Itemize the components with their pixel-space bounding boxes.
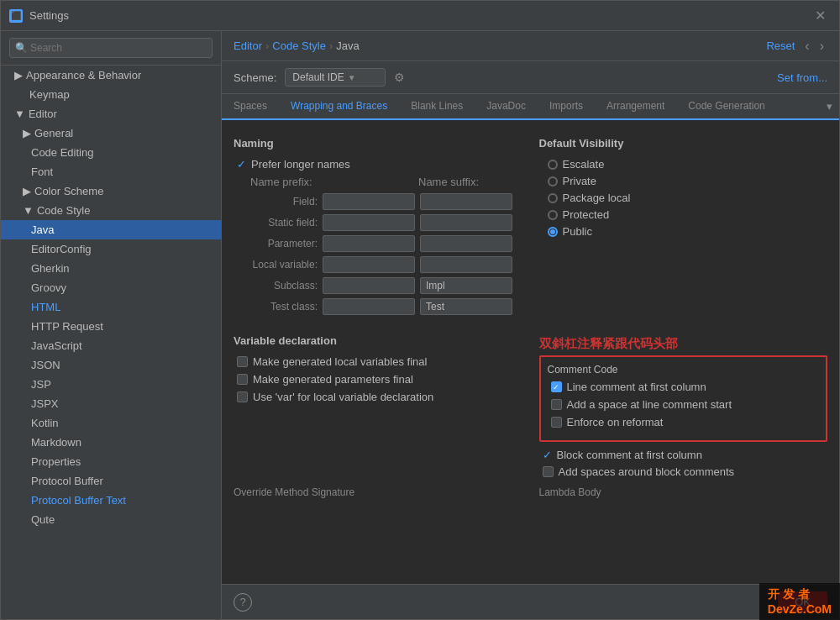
sidebar-item-properties[interactable]: Properties — [1, 452, 221, 471]
sidebar-item-json[interactable]: JSON — [1, 355, 221, 375]
radio-escalate-icon — [548, 160, 558, 170]
bottom-bar: ? OK — [222, 584, 839, 619]
sidebar-item-code-style[interactable]: ▼ Code Style — [1, 201, 221, 220]
add-space-checkbox[interactable] — [551, 399, 562, 410]
sidebar-item-java[interactable]: Java — [1, 220, 221, 239]
sidebar-item-protocol-buffer-text[interactable]: Protocol Buffer Text — [1, 491, 221, 510]
tab-javadoc[interactable]: JavaDoc — [475, 94, 538, 120]
line-comment-first-col-label: Line comment at first column — [567, 381, 706, 393]
radio-package-icon — [548, 193, 558, 203]
tab-arrangement[interactable]: Arrangement — [595, 94, 676, 120]
app-icon: ⬛ — [9, 9, 23, 23]
tab-wrapping[interactable]: Wrapping and Braces — [279, 94, 399, 120]
tab-spaces[interactable]: Spaces — [222, 94, 279, 120]
close-button[interactable]: ✕ — [810, 6, 831, 25]
search-input[interactable] — [9, 38, 213, 58]
settings-area: Naming ✓ Prefer longer names Name prefix… — [222, 120, 839, 584]
scheme-value: Default IDE — [292, 71, 344, 83]
sidebar-item-gherkin[interactable]: Gherkin — [1, 259, 221, 278]
make-local-final-checkbox[interactable] — [237, 356, 248, 367]
sidebar-item-jspx[interactable]: JSPX — [1, 394, 221, 413]
radio-escalate[interactable]: Escalate — [539, 158, 828, 171]
comment-code-header: Comment Code — [548, 364, 820, 376]
block-comment-row[interactable]: ✓ Block comment at first column — [539, 449, 828, 461]
enforce-reformat-row[interactable]: Enforce on reformat — [548, 416, 820, 428]
sidebar-item-keymap[interactable]: Keymap — [1, 85, 221, 104]
var-option-1[interactable]: Make generated parameters final — [234, 373, 522, 386]
settings-window: ⬛ Settings ✕ 🔍 ▶ Appearance & Behavior K… — [0, 0, 840, 620]
enforce-reformat-checkbox[interactable] — [551, 417, 562, 428]
naming-section: Naming ✓ Prefer longer names Name prefix… — [234, 132, 522, 319]
tab-code-generation[interactable]: Code Generation — [676, 94, 776, 120]
parameter-suffix-input[interactable] — [420, 235, 512, 252]
radio-public[interactable]: Public — [539, 225, 828, 238]
style-arrow: ▼ — [23, 204, 34, 217]
subclass-prefix-input[interactable] — [323, 277, 415, 294]
sidebar-item-kotlin[interactable]: Kotlin — [1, 413, 221, 433]
field-row-static: Static field: — [234, 214, 522, 231]
sidebar-item-font[interactable]: Font — [1, 162, 221, 181]
scheme-dropdown[interactable]: Default IDE ▼ — [285, 68, 386, 87]
sidebar-item-qute[interactable]: Qute — [1, 510, 221, 529]
breadcrumb-editor[interactable]: Editor — [234, 39, 262, 52]
local-prefix-input[interactable] — [323, 256, 415, 273]
subclass-suffix-input[interactable] — [420, 277, 512, 294]
static-prefix-input[interactable] — [323, 214, 415, 231]
sidebar-item-jsp[interactable]: JSP — [1, 375, 221, 394]
sidebar-item-appearance[interactable]: ▶ Appearance & Behavior — [1, 66, 221, 85]
make-params-final-label: Make generated parameters final — [253, 373, 413, 386]
sidebar-item-groovy[interactable]: Groovy — [1, 278, 221, 297]
tab-blank-lines[interactable]: Blank Lines — [399, 94, 475, 120]
tab-imports[interactable]: Imports — [538, 94, 595, 120]
radio-package-local[interactable]: Package local — [539, 192, 828, 204]
parameter-prefix-input[interactable] — [323, 235, 415, 252]
sidebar-item-color-scheme[interactable]: ▶ Color Scheme — [1, 181, 221, 201]
var-option-2[interactable]: Use 'var' for local variable declaration — [234, 391, 522, 403]
checkmark-icon: ✓ — [237, 158, 246, 171]
test-suffix-input[interactable] — [420, 298, 512, 315]
sidebar-item-markdown[interactable]: Markdown — [1, 433, 221, 452]
add-spaces-block-label: Add spaces around block comments — [559, 465, 735, 478]
gear-icon[interactable]: ⚙ — [394, 71, 405, 84]
line-comment-first-col-row[interactable]: ✓ Line comment at first column — [548, 381, 820, 393]
sidebar-item-editor[interactable]: ▼ Editor — [1, 104, 221, 123]
var-option-0[interactable]: Make generated local variables final — [234, 355, 522, 368]
field-row-subclass: Subclass: — [234, 277, 522, 294]
enforce-reformat-label: Enforce on reformat — [567, 416, 664, 428]
use-var-checkbox[interactable] — [237, 391, 248, 402]
radio-private[interactable]: Private — [539, 175, 828, 187]
help-button[interactable]: ? — [234, 593, 252, 612]
local-suffix-input[interactable] — [420, 256, 512, 273]
add-spaces-block-checkbox[interactable] — [543, 466, 554, 477]
breadcrumb-code-style[interactable]: Code Style — [272, 39, 326, 52]
sidebar-item-html[interactable]: HTML — [1, 297, 221, 317]
override-method-row: Override Method Signature — [234, 486, 522, 498]
sidebar-item-code-editing[interactable]: Code Editing — [1, 143, 221, 162]
add-spaces-block-row[interactable]: Add spaces around block comments — [539, 465, 828, 478]
variable-section: Variable declaration Make generated loca… — [234, 329, 522, 483]
sidebar-item-http[interactable]: HTTP Request — [1, 317, 221, 336]
prefix-suffix-header: Name prefix: Name suffix: — [234, 176, 522, 188]
field-row-field: Field: — [234, 193, 522, 210]
test-prefix-input[interactable] — [323, 298, 415, 315]
set-from-button[interactable]: Set from... — [777, 71, 827, 84]
static-suffix-input[interactable] — [420, 214, 512, 231]
field-prefix-input[interactable] — [323, 193, 415, 210]
reset-button[interactable]: Reset — [759, 38, 801, 54]
chinese-tooltip: 双斜杠注释紧跟代码头部 — [539, 336, 828, 352]
radio-protected[interactable]: Protected — [539, 208, 828, 221]
editor-arrow: ▼ — [14, 108, 25, 120]
make-params-final-checkbox[interactable] — [237, 374, 248, 385]
line-comment-first-col-checkbox[interactable]: ✓ — [551, 381, 562, 392]
add-space-row[interactable]: Add a space at line comment start — [548, 398, 820, 411]
sidebar-item-general[interactable]: ▶ General — [1, 123, 221, 143]
watermark: 开 发 者DevZe.CoM — [759, 583, 840, 620]
sidebar-item-editorconfig[interactable]: EditorConfig — [1, 239, 221, 259]
forward-button[interactable]: › — [816, 39, 827, 54]
more-tabs-icon[interactable]: ▾ — [820, 94, 839, 118]
sidebar-item-protocol-buffer[interactable]: Protocol Buffer — [1, 471, 221, 491]
var-header: Variable declaration — [234, 334, 522, 347]
back-button[interactable]: ‹ — [801, 39, 812, 54]
sidebar-item-javascript[interactable]: JavaScript — [1, 336, 221, 355]
field-suffix-input[interactable] — [420, 193, 512, 210]
